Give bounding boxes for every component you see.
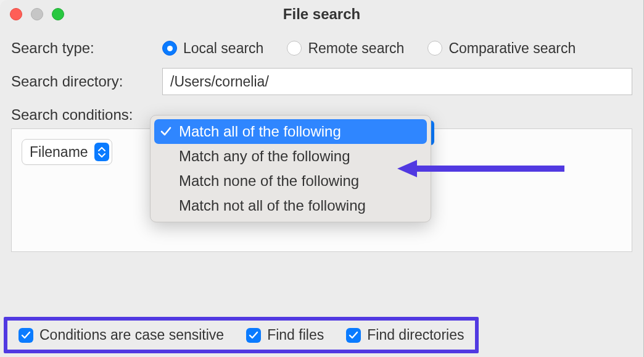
checkbox-case-sensitive[interactable]: Conditions are case sensitive bbox=[19, 327, 224, 343]
file-search-window: File search Search type: Local search Re… bbox=[0, 0, 644, 357]
dropdown-item-label: Match not all of the following bbox=[179, 197, 366, 214]
checkbox-label: Find directories bbox=[367, 327, 464, 343]
radio-remote-search[interactable]: Remote search bbox=[287, 40, 404, 57]
dropdown-item-match-any[interactable]: ✓ Match any of the following bbox=[151, 144, 431, 169]
checkbox-checked-icon bbox=[19, 328, 33, 343]
checkbox-label: Find files bbox=[267, 327, 324, 343]
search-directory-input[interactable] bbox=[162, 68, 632, 95]
match-conditions-dropdown[interactable]: Match all of the following ✓ Match any o… bbox=[150, 115, 431, 222]
radio-local-search[interactable]: Local search bbox=[162, 40, 263, 57]
row-search-type: Search type: Local search Remote search … bbox=[11, 40, 632, 57]
row-search-directory: Search directory: bbox=[11, 68, 632, 95]
radio-label: Local search bbox=[183, 40, 263, 57]
checkbox-checked-icon bbox=[246, 328, 261, 343]
window-title: File search bbox=[0, 6, 643, 23]
checkbox-find-files[interactable]: Find files bbox=[246, 327, 324, 343]
checkbox-label: Conditions are case sensitive bbox=[39, 327, 224, 343]
dropdown-item-label: Match none of the following bbox=[179, 172, 359, 190]
checkbox-checked-icon bbox=[346, 328, 361, 343]
dropdown-item-match-not-all[interactable]: ✓ Match not all of the following bbox=[151, 193, 431, 218]
checkbox-find-directories[interactable]: Find directories bbox=[346, 327, 464, 343]
label-search-type: Search type: bbox=[11, 40, 162, 57]
dropdown-item-match-all[interactable]: Match all of the following bbox=[154, 119, 427, 144]
radio-indicator-icon bbox=[427, 41, 442, 56]
radio-indicator-icon bbox=[287, 41, 302, 56]
radio-comparative-search[interactable]: Comparative search bbox=[427, 40, 576, 57]
dropdown-item-match-none[interactable]: ✓ Match none of the following bbox=[151, 169, 431, 193]
titlebar: File search bbox=[0, 0, 643, 28]
dropdown-item-label: Match all of the following bbox=[179, 123, 341, 140]
radio-label: Remote search bbox=[308, 40, 404, 57]
label-search-directory: Search directory: bbox=[11, 73, 162, 90]
radio-indicator-icon bbox=[162, 41, 177, 56]
label-search-conditions: Search conditions: bbox=[11, 106, 162, 124]
dropdown-item-label: Match any of the following bbox=[179, 148, 350, 165]
filter-field-label: Filename bbox=[30, 144, 88, 161]
chevron-up-down-icon bbox=[94, 143, 109, 161]
radio-label: Comparative search bbox=[448, 40, 576, 57]
filter-field-select[interactable]: Filename bbox=[22, 139, 112, 165]
search-type-radios: Local search Remote search Comparative s… bbox=[162, 40, 576, 57]
checkmark-icon bbox=[159, 126, 173, 137]
bottom-options-annotation-box: Conditions are case sensitive Find files… bbox=[4, 317, 479, 353]
